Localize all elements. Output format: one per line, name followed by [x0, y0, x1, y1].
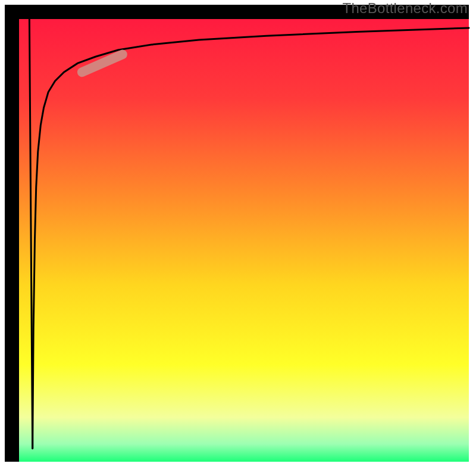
plot-area-gradient-inner: [19, 19, 469, 462]
bottleneck-curve-chart: [0, 0, 476, 476]
chart-container: TheBottleneck.com: [0, 0, 476, 476]
watermark-label: TheBottleneck.com: [342, 0, 468, 17]
